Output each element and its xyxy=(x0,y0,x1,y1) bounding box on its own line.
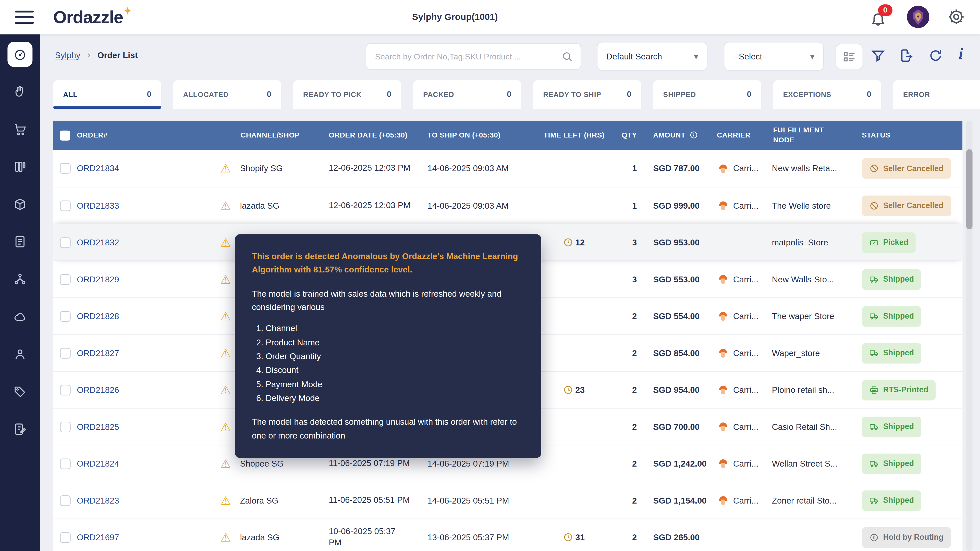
row-checkbox[interactable] xyxy=(60,311,70,321)
row-checkbox[interactable] xyxy=(60,200,70,211)
search-input[interactable] xyxy=(375,52,561,61)
info-button[interactable]: i xyxy=(959,45,963,62)
sidebar-item-picking[interactable] xyxy=(7,79,32,104)
tab-exceptions[interactable]: EXCEPTIONS 0 xyxy=(773,80,881,109)
amount-value: SGD 954.00 xyxy=(637,385,717,395)
row-checkbox[interactable] xyxy=(60,274,70,285)
row-checkbox[interactable] xyxy=(60,458,70,469)
sidebar-item-orders-cart[interactable] xyxy=(7,117,32,142)
fulfillment-node: Ploino retail sh... xyxy=(772,385,857,395)
order-number-link[interactable]: ORD21826 xyxy=(77,385,119,395)
clock-icon xyxy=(563,385,573,395)
search-icon[interactable] xyxy=(561,51,573,62)
sidebar-item-racking[interactable] xyxy=(7,154,32,179)
amount-info-icon[interactable] xyxy=(689,131,698,140)
qty-value: 1 xyxy=(607,201,637,210)
account-title: Sylphy Group(1001) xyxy=(0,12,910,22)
sidebar-item-customers[interactable] xyxy=(7,342,32,367)
to-ship-date: 14-06-2025 05:51 PM xyxy=(428,495,541,505)
tooltip-factor: Payment Mode xyxy=(266,378,525,391)
order-number-link[interactable]: ORD21828 xyxy=(77,311,119,321)
select-all-checkbox[interactable] xyxy=(60,130,70,140)
anomaly-warning-icon[interactable]: ⚠ xyxy=(220,200,232,211)
status-badge: Hold by Routing xyxy=(862,527,951,548)
status-badge: Shipped xyxy=(862,453,921,474)
settings-button[interactable] xyxy=(945,6,967,28)
row-checkbox[interactable] xyxy=(60,421,70,432)
refresh-button[interactable] xyxy=(928,48,943,63)
row-checkbox[interactable] xyxy=(60,237,70,248)
anomaly-warning-icon[interactable]: ⚠ xyxy=(220,237,232,248)
status-icon xyxy=(870,533,879,542)
anomaly-warning-icon[interactable]: ⚠ xyxy=(220,457,232,470)
sidebar-item-invoices[interactable] xyxy=(7,229,32,254)
order-number-link[interactable]: ORD21827 xyxy=(77,348,119,358)
tab-ready-to-ship[interactable]: READY TO SHIP 0 xyxy=(533,80,641,109)
anomaly-warning-icon[interactable]: ⚠ xyxy=(220,162,232,175)
tag-icon xyxy=(13,385,27,399)
tooltip-title: This order is detected Anomalous by Orda… xyxy=(252,250,525,276)
order-number-link[interactable]: ORD21832 xyxy=(77,238,119,247)
sidebar-item-dashboard[interactable] xyxy=(7,42,32,67)
view-toggle-button[interactable] xyxy=(835,44,863,69)
tab-shipped[interactable]: SHIPPED 0 xyxy=(653,80,761,109)
order-number-link[interactable]: ORD21823 xyxy=(77,495,119,505)
row-checkbox[interactable] xyxy=(60,532,70,543)
saved-filter-select[interactable]: --Select-- ▾ xyxy=(724,42,824,71)
tab-allocated[interactable]: ALLOCATED 0 xyxy=(173,80,281,109)
anomaly-warning-icon[interactable]: ⚠ xyxy=(220,421,232,433)
list-view-icon xyxy=(842,50,856,64)
gear-icon xyxy=(947,7,966,26)
row-checkbox[interactable] xyxy=(60,163,70,174)
breadcrumb-root-link[interactable]: Sylphy xyxy=(55,50,80,60)
anomaly-warning-icon[interactable]: ⚠ xyxy=(220,384,232,396)
search-type-select[interactable]: Default Search ▾ xyxy=(597,42,708,71)
invoice-icon xyxy=(13,235,27,249)
tab-ready-to-pick[interactable]: READY TO PICK 0 xyxy=(293,80,401,109)
workflow-icon xyxy=(13,272,27,286)
tab-label: SHIPPED xyxy=(663,91,696,98)
package-icon xyxy=(13,197,27,211)
channel-name: Shopee SG xyxy=(240,459,283,468)
anomaly-warning-icon[interactable]: ⚠ xyxy=(220,273,232,285)
tab-count: 0 xyxy=(267,90,271,99)
sidebar-item-reports[interactable] xyxy=(7,416,32,441)
anomaly-warning-icon[interactable]: ⚠ xyxy=(220,531,232,543)
order-number-link[interactable]: ORD21697 xyxy=(77,533,119,542)
fulfillment-node: matpolis_Store xyxy=(772,238,857,247)
carrier-icon xyxy=(717,384,729,396)
anomaly-warning-icon[interactable]: ⚠ xyxy=(220,310,232,322)
tab-label: ALL xyxy=(63,91,78,98)
anomaly-warning-icon[interactable]: ⚠ xyxy=(220,347,232,359)
export-file-icon xyxy=(899,48,914,63)
carrier-icon xyxy=(717,273,729,286)
order-number-link[interactable]: ORD21833 xyxy=(77,201,119,210)
tab-packed[interactable]: PACKED 0 xyxy=(413,80,522,109)
notifications-button[interactable]: 0 xyxy=(870,6,891,28)
tab-all[interactable]: ALL 0 xyxy=(53,80,161,109)
order-number-link[interactable]: ORD21829 xyxy=(77,275,119,284)
filter-button[interactable] xyxy=(870,48,886,63)
sidebar-item-cloud[interactable] xyxy=(7,304,32,329)
order-date: 12-06-2025 12:03 PM xyxy=(329,163,428,174)
channel-name: Zalora SG xyxy=(240,495,278,505)
order-date: 10-06-2025 05:37 PM xyxy=(329,526,428,549)
tab-error[interactable]: ERROR 0 xyxy=(893,80,980,109)
row-checkbox[interactable] xyxy=(60,348,70,359)
order-number-link[interactable]: ORD21824 xyxy=(77,459,119,468)
status-icon xyxy=(870,459,879,468)
scrollbar-thumb[interactable] xyxy=(966,149,972,229)
row-checkbox[interactable] xyxy=(60,495,70,506)
user-avatar[interactable] xyxy=(907,6,929,28)
order-number-link[interactable]: ORD21825 xyxy=(77,422,119,431)
sidebar-item-packages[interactable] xyxy=(7,192,32,217)
sidebar-item-integrations[interactable] xyxy=(7,267,32,292)
order-number-link[interactable]: ORD21834 xyxy=(77,164,119,173)
row-checkbox[interactable] xyxy=(60,384,70,395)
channel-name: Shopify SG xyxy=(240,164,283,173)
tooltip-body: The model is trained with sales data whi… xyxy=(252,287,525,314)
anomaly-warning-icon[interactable]: ⚠ xyxy=(220,494,232,507)
sidebar-item-tags[interactable] xyxy=(7,380,32,404)
export-button[interactable] xyxy=(899,48,914,63)
carrier-name: Carri... xyxy=(733,385,759,395)
